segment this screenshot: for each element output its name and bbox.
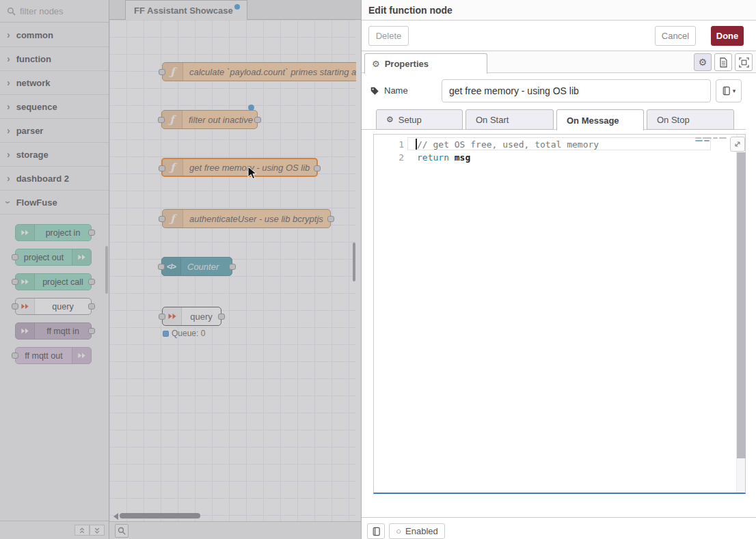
caret-down-icon: ▾	[733, 87, 736, 94]
flow-node-authenticate-user[interactable]: ƒ authenticateUser - use lib bcryptjs	[162, 209, 331, 228]
palette-node-query[interactable]: query	[15, 298, 92, 315]
palette-scrollbar[interactable]	[105, 246, 108, 294]
input-port[interactable]	[12, 279, 18, 285]
collapse-all-button[interactable]	[75, 525, 90, 536]
flowfuse-icon	[16, 323, 35, 339]
node-help-button[interactable]	[367, 523, 385, 539]
palette-category-storage[interactable]: ›storage	[0, 143, 109, 167]
cancel-button[interactable]: Cancel	[655, 26, 696, 46]
palette: filter nodes ›common ›function ›network …	[0, 0, 109, 539]
palette-category-function[interactable]: ›function	[0, 47, 109, 71]
palette-node-project-call[interactable]: project call	[15, 273, 92, 290]
properties-view-button[interactable]: ⚙	[694, 53, 712, 71]
template-icon: </>	[162, 258, 181, 275]
node-status: Queue: 0	[163, 329, 205, 338]
appearance-view-button[interactable]	[735, 53, 753, 71]
tag-icon	[370, 86, 379, 96]
input-port[interactable]	[12, 353, 18, 359]
flow-node-counter[interactable]: </> Counter	[161, 257, 232, 276]
flow-node-get-free-memory[interactable]: ƒ get free memory - using OS lib	[161, 158, 318, 177]
input-port[interactable]	[159, 69, 165, 75]
properties-tab-bar: ⚙ Properties ⚙	[362, 51, 756, 73]
enabled-label: Enabled	[405, 526, 438, 536]
workspace-tab[interactable]: FF Assistant Showcase	[125, 0, 247, 20]
palette-node-project-in[interactable]: project in	[15, 224, 92, 241]
node-red-editor: filter nodes ›common ›function ›network …	[0, 0, 756, 539]
name-label: Name	[370, 85, 408, 96]
palette-search-placeholder: filter nodes	[20, 6, 64, 16]
code-line-1: // get OS free, used, total memory	[417, 138, 599, 151]
zoom-search-button[interactable]	[115, 524, 129, 538]
palette-category-sequence[interactable]: ›sequence	[0, 95, 109, 119]
expand-all-button[interactable]	[90, 525, 105, 536]
palette-node-ff-mqtt-out[interactable]: ff mqtt out	[15, 347, 92, 364]
editor-scrollbar[interactable]	[736, 135, 745, 493]
output-port[interactable]	[88, 230, 95, 236]
status-text: Queue: 0	[172, 329, 205, 338]
tab-properties[interactable]: ⚙ Properties	[364, 53, 487, 74]
output-port[interactable]	[229, 264, 236, 270]
palette-category-parser[interactable]: ›parser	[0, 119, 109, 143]
label-options-button[interactable]: ▾	[716, 79, 742, 102]
tab-on-start[interactable]: On Start	[465, 109, 554, 130]
description-view-button[interactable]	[714, 53, 732, 71]
flow-node-query[interactable]: query	[162, 307, 221, 326]
tab-setup[interactable]: ⚙ Setup	[376, 109, 463, 130]
input-port[interactable]	[12, 303, 18, 309]
done-button[interactable]: Done	[711, 26, 744, 46]
flowfuse-icon	[72, 348, 91, 363]
output-port[interactable]	[88, 328, 95, 334]
output-port[interactable]	[88, 303, 95, 309]
gear-icon: ⚙	[699, 57, 707, 68]
palette-category-flowfuse[interactable]: ›FlowFuse	[0, 191, 109, 215]
workspace-tab-bar: FF Assistant Showcase	[109, 0, 361, 20]
output-port[interactable]	[88, 279, 95, 285]
input-port[interactable]	[12, 254, 18, 260]
delete-button[interactable]: Delete	[368, 26, 409, 46]
workspace-canvas[interactable]: FF Assistant Showcase ƒ calculate `paylo…	[109, 0, 361, 539]
canvas-vertical-scrollbar[interactable]	[353, 243, 355, 281]
line-number: 2	[374, 151, 404, 164]
palette-category-common[interactable]: ›common	[0, 23, 109, 47]
expand-editor-button[interactable]	[730, 137, 745, 152]
tab-on-message[interactable]: On Message	[556, 109, 644, 130]
code-editor[interactable]: 1 2 // get OS free, used, total memory r…	[373, 134, 746, 494]
flowfuse-icon	[16, 274, 35, 290]
enabled-toggle-button[interactable]: ○ Enabled	[389, 523, 445, 539]
input-port[interactable]	[159, 165, 165, 171]
input-port[interactable]	[159, 314, 165, 320]
edit-dialog: Edit function node Delete Cancel Done ⚙ …	[361, 0, 756, 539]
input-port[interactable]	[158, 117, 165, 123]
book-icon	[722, 86, 731, 96]
chevron-right-icon: ›	[7, 54, 10, 64]
input-port[interactable]	[158, 264, 165, 270]
canvas-scroll-gutter	[356, 20, 361, 521]
dialog-footer: ○ Enabled	[362, 517, 756, 539]
search-icon	[7, 7, 16, 16]
output-port[interactable]	[327, 216, 334, 222]
chevron-right-icon: ›	[7, 150, 10, 159]
palette-category-network[interactable]: ›network	[0, 71, 109, 95]
gear-icon: ⚙	[372, 59, 380, 69]
editor-scrollbar-thumb[interactable]	[737, 152, 746, 458]
flow-node-calculate-primes[interactable]: ƒ calculate `payload.count` primes start…	[162, 62, 361, 81]
function-icon: ƒ	[162, 111, 183, 128]
palette-search[interactable]: filter nodes	[0, 0, 109, 23]
flow-area[interactable]: ƒ calculate `payload.count` primes start…	[109, 20, 361, 521]
palette-category-dashboard2[interactable]: ›dashboard 2	[0, 167, 109, 191]
output-port[interactable]	[314, 165, 321, 171]
flow-node-filter-out-inactive[interactable]: ƒ filter out inactive	[161, 110, 258, 129]
palette-node-project-out[interactable]: project out	[15, 249, 92, 266]
output-port[interactable]	[254, 117, 261, 123]
gear-icon: ⚙	[386, 115, 394, 124]
input-port[interactable]	[159, 216, 165, 222]
dialog-title: Edit function node	[362, 0, 756, 20]
canvas-horizontal-scrollbar[interactable]	[120, 513, 200, 519]
output-port[interactable]	[218, 314, 225, 320]
scroll-left-arrow[interactable]	[113, 513, 118, 520]
function-tabs: ⚙ Setup On Start On Message On Stop	[362, 108, 756, 130]
tab-on-stop[interactable]: On Stop	[647, 109, 734, 130]
name-input[interactable]	[442, 79, 711, 102]
palette-node-ff-mqtt-in[interactable]: ff mqtt in	[15, 322, 92, 340]
chevron-down-icon: ›	[3, 201, 13, 204]
